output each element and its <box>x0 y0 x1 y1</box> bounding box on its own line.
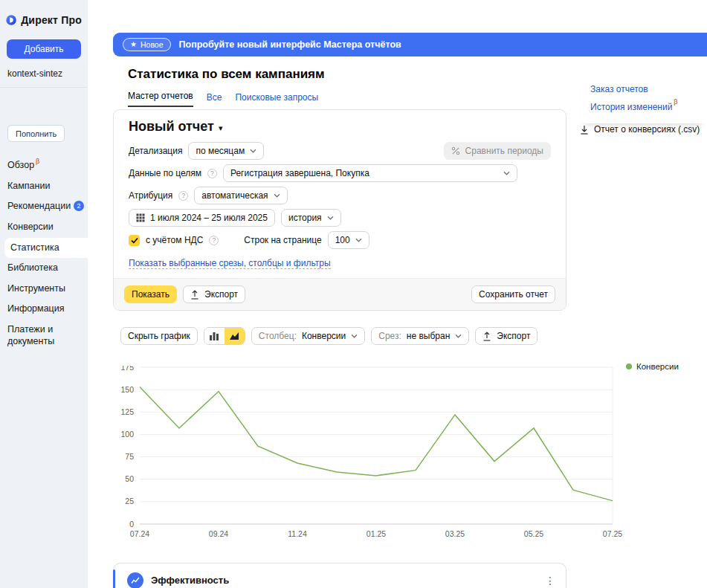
chart-controls: Скрыть график Столбец: Конверсии Срез: н… <box>120 327 537 345</box>
sidebar-item-label: Конверсии <box>7 222 54 233</box>
rows-per-page-select[interactable]: 100 <box>328 231 369 249</box>
order-reports-link[interactable]: Заказ отчетов <box>590 82 697 97</box>
vat-checkbox[interactable] <box>129 235 140 246</box>
tab-report-wizard[interactable]: Мастер отчетов <box>128 91 193 107</box>
svg-text:07.25: 07.25 <box>603 529 622 538</box>
direct-pro-logo-icon <box>6 12 16 28</box>
info-icon[interactable]: ? <box>209 236 219 245</box>
period-row: 1 июля 2024 – 25 июля 2025 история <box>129 209 551 227</box>
vat-label: с учётом НДС <box>146 235 203 245</box>
logo[interactable]: Директ Про <box>0 12 88 28</box>
sidebar-item-overview[interactable]: Обзор β <box>0 155 88 176</box>
banner-text: Попробуйте новый интерфейс Мастера отчёт… <box>179 39 401 50</box>
conversions-csv-link[interactable]: Отчет о конверсиях (.csv) <box>580 124 700 135</box>
account-name[interactable]: kontext-sintez <box>0 59 88 87</box>
promo-banner[interactable]: ★ Новое Попробуйте новый интерфейс Масте… <box>113 33 707 56</box>
sidebar-item-conversions[interactable]: Конверсии <box>0 217 88 238</box>
area-chart-icon <box>229 332 239 340</box>
download-icon <box>580 125 589 135</box>
chevron-down-icon <box>327 216 334 220</box>
sidebar-item-label: Кампании <box>7 181 50 193</box>
percent-icon <box>451 146 460 155</box>
sidebar-item-payments[interactable]: Платежи и документы <box>0 320 88 352</box>
compare-periods-button[interactable]: Сравнить периоды <box>444 142 551 160</box>
rows-per-page-label: Строк на странице <box>244 235 321 245</box>
svg-text:50: 50 <box>125 474 134 483</box>
chevron-down-icon <box>355 238 362 242</box>
vat-rows-row: с учётом НДС ? Строк на странице 100 <box>129 231 551 249</box>
svg-text:05.25: 05.25 <box>524 529 543 538</box>
change-history-link[interactable]: История измененийβ <box>590 97 697 114</box>
svg-text:09.24: 09.24 <box>209 529 228 538</box>
chevron-down-icon <box>274 193 280 198</box>
goals-label: Данные по целям <box>129 168 201 178</box>
beta-badge: β <box>674 98 677 106</box>
report-builder-card: Новый отчет ▾ Детализация по месяцам Сра… <box>113 109 566 311</box>
add-button[interactable]: Добавить <box>7 39 81 59</box>
efficiency-card[interactable]: Эффективность ⋮ <box>113 563 566 588</box>
topup-button[interactable]: Пополнить <box>7 125 65 142</box>
history-select[interactable]: история <box>281 209 341 227</box>
sidebar-item-label: Инструменты <box>7 283 65 295</box>
chevron-down-icon <box>455 334 462 338</box>
date-range-button[interactable]: 1 июля 2024 – 25 июля 2025 <box>129 209 275 227</box>
efficiency-title: Эффективность <box>151 575 229 586</box>
chart-export-button[interactable]: Экспорт <box>475 327 537 345</box>
legend-dot <box>626 364 632 369</box>
sidebar-divider <box>0 87 88 88</box>
sidebar-item-tools[interactable]: Инструменты <box>0 279 88 300</box>
tab-search-queries[interactable]: Поисковые запросы <box>235 92 318 107</box>
svg-text:100: 100 <box>120 430 134 439</box>
show-report-button[interactable]: Показать <box>124 285 177 303</box>
side-links-card: Заказ отчетов История измененийβ <box>580 75 707 123</box>
sidebar-item-library[interactable]: Библиотека <box>0 258 88 279</box>
svg-text:01.25: 01.25 <box>367 529 386 538</box>
show-slices-link[interactable]: Показать выбранные срезы, столбцы и филь… <box>129 258 331 269</box>
report-name[interactable]: Новый отчет <box>129 119 214 135</box>
sidebar-item-information[interactable]: Информация <box>0 299 88 320</box>
kebab-menu-icon[interactable]: ⋮ <box>545 575 555 586</box>
info-icon[interactable]: ? <box>178 191 188 201</box>
attribution-select[interactable]: автоматическая <box>194 187 287 204</box>
svg-text:11.24: 11.24 <box>288 529 307 538</box>
calendar-grid-icon <box>136 213 145 222</box>
sidebar-item-campaigns[interactable]: Кампании <box>0 176 88 197</box>
attribution-row: Атрибуция ? автоматическая <box>129 187 551 204</box>
hide-chart-button[interactable]: Скрыть график <box>120 327 198 345</box>
detalization-select[interactable]: по месяцам <box>188 142 264 160</box>
svg-text:0: 0 <box>129 520 134 529</box>
recommendations-count-badge: 2 <box>74 201 84 211</box>
goals-select[interactable]: Регистрация завершена, Покупка <box>223 164 517 182</box>
export-icon <box>190 290 199 300</box>
sidebar-item-label: Платежи и документы <box>7 324 85 347</box>
sidebar-item-label: Обзор <box>7 160 34 172</box>
tab-all[interactable]: Все <box>207 92 222 107</box>
svg-text:125: 125 <box>120 407 134 416</box>
report-export-button[interactable]: Экспорт <box>183 285 245 303</box>
active-tab-indicator <box>113 569 115 588</box>
check-icon <box>131 237 138 244</box>
slice-select[interactable]: Срез: не выбран <box>371 327 469 345</box>
caret-down-icon[interactable]: ▾ <box>219 123 223 133</box>
bar-chart-type-button[interactable] <box>204 328 225 344</box>
export-icon <box>482 332 491 341</box>
bar-chart-icon <box>209 332 219 340</box>
legend-label: Конверсии <box>636 362 679 371</box>
efficiency-icon <box>127 572 143 588</box>
sidebar: Директ Про Добавить kontext-sintez Попол… <box>0 0 88 588</box>
sidebar-item-statistics[interactable]: Статистика <box>4 238 88 259</box>
svg-text:07.24: 07.24 <box>130 529 149 538</box>
svg-text:175: 175 <box>120 366 134 372</box>
logo-text: Директ Про <box>21 14 82 26</box>
attribution-label: Атрибуция <box>129 190 172 201</box>
svg-text:75: 75 <box>125 452 134 461</box>
beta-badge: β <box>36 158 39 166</box>
sidebar-item-label: Библиотека <box>7 262 58 274</box>
sidebar-item-recommendations[interactable]: Рекомендации 2 <box>0 196 88 217</box>
column-select[interactable]: Столбец: Конверсии <box>251 327 365 345</box>
chart-legend[interactable]: Конверсии <box>626 362 679 371</box>
info-icon[interactable]: ? <box>207 169 217 178</box>
area-chart-type-button[interactable] <box>225 328 245 344</box>
svg-text:03.25: 03.25 <box>445 529 465 538</box>
save-report-button[interactable]: Сохранить отчет <box>471 285 555 303</box>
